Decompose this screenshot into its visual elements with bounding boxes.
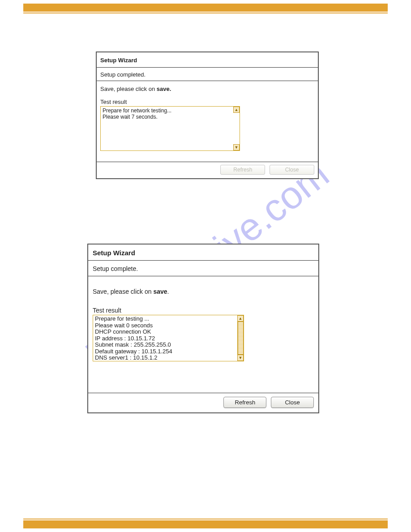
test-result-label: Test result — [100, 99, 314, 105]
refresh-button[interactable]: Refresh — [223, 397, 266, 408]
save-hint: Save, please click on save. — [93, 288, 314, 295]
close-button[interactable]: Close — [271, 397, 314, 408]
test-result-text: Prepare for testing ... Please wait 0 se… — [93, 315, 236, 361]
dialog-title: Setup Wizard — [97, 52, 318, 68]
close-button[interactable]: Close — [270, 165, 314, 175]
accent-rule — [23, 519, 388, 519]
test-result-text: Prepare for network testing... Please wa… — [101, 107, 232, 150]
accent-rule — [23, 13, 388, 13]
refresh-button[interactable]: Refresh — [220, 165, 265, 175]
dialog-body: Save, please click on save. Test result … — [88, 276, 318, 393]
save-hint: Save, please click on save. — [100, 86, 314, 92]
accent-bar — [23, 520, 388, 528]
scroll-down-icon[interactable]: ▼ — [233, 144, 240, 150]
scroll-up-icon[interactable]: ▲ — [237, 315, 244, 322]
dialog-subtitle: Setup complete. — [88, 261, 318, 276]
dialog-footer: Refresh Close — [88, 393, 318, 412]
dialog-title: Setup Wizard — [88, 245, 318, 261]
test-result-label: Test result — [93, 307, 314, 314]
test-result-box[interactable]: Prepare for network testing... Please wa… — [100, 106, 240, 151]
save-hint-prefix: Save, please click on — [93, 288, 153, 295]
page-bottom-accent — [23, 519, 388, 528]
save-hint-bold: save — [153, 288, 167, 295]
test-result-box[interactable]: Prepare for testing ... Please wait 0 se… — [93, 315, 244, 361]
dialog-body: Save, please click on save. Test result … — [97, 81, 318, 162]
dialog-footer: Refresh Close — [97, 162, 318, 178]
setup-wizard-dialog-inprogress: Setup Wizard Setup completed. Save, plea… — [96, 51, 319, 179]
dialog-subtitle: Setup completed. — [97, 68, 318, 81]
scroll-up-icon[interactable]: ▲ — [233, 107, 240, 113]
save-hint-suffix: . — [167, 288, 169, 295]
page-top-accent — [23, 4, 388, 13]
scrollbar-track[interactable]: ▲ ▼ — [237, 315, 244, 361]
scrollbar-thumb[interactable] — [238, 322, 244, 355]
save-hint-bold: save. — [157, 86, 171, 92]
accent-bar — [23, 4, 388, 12]
scroll-down-icon[interactable]: ▼ — [237, 355, 244, 361]
setup-wizard-dialog-complete: Setup Wizard Setup complete. Save, pleas… — [87, 244, 319, 413]
save-hint-prefix: Save, please click on — [100, 86, 157, 92]
document-page: manualshive.com Setup Wizard Setup compl… — [0, 0, 411, 532]
